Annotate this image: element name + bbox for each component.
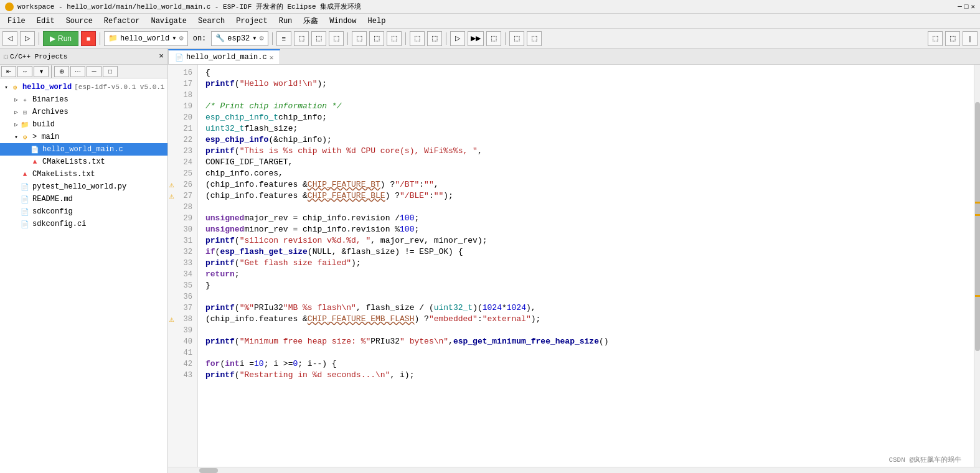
toolbar-sep-4	[347, 32, 348, 45]
code-content[interactable]: { printf("Hello world!\n"); /* Print chi…	[198, 65, 974, 467]
toolbar-btn-8[interactable]: ⬚	[410, 31, 425, 46]
warn-icon-38: ⚠	[169, 314, 174, 324]
toolbar-btn-6[interactable]: ⬚	[369, 31, 384, 46]
toolbar-btn-14[interactable]: ⬚	[527, 31, 542, 46]
stop-btn[interactable]: ■	[81, 31, 96, 46]
code-line-28	[198, 202, 974, 213]
sdkconfig-ci-icon: 📄	[20, 219, 30, 229]
tab-main-c[interactable]: 📄 hello_world_main.c ✕	[168, 49, 280, 64]
tree-item-build[interactable]: ▷ 📁 build	[0, 118, 167, 131]
line-num-42: 42	[168, 358, 197, 370]
line-num-21: 21	[168, 123, 197, 134]
h-scroll-thumb[interactable]	[199, 468, 218, 473]
tree-item-readme[interactable]: 📄 README.md	[0, 193, 167, 205]
filter-btn[interactable]: ⊕	[54, 66, 69, 77]
cmake-main-label: CMakeLists.txt	[42, 157, 105, 166]
sdkconfig-ci-expand-icon	[12, 220, 20, 228]
run-button[interactable]: ▶ Run	[43, 31, 78, 46]
toolbar-layout-1[interactable]: ⬚	[928, 31, 943, 46]
toolbar-layout-2[interactable]: ⬚	[945, 31, 960, 46]
toolbar-btn-13[interactable]: ⬚	[509, 31, 524, 46]
menu-espidf[interactable]: 乐鑫	[298, 14, 323, 27]
window-maximize[interactable]: □	[964, 3, 969, 11]
tree-item-sdkconfig-ci[interactable]: 📄 sdkconfig.ci	[0, 218, 167, 230]
window-minimize[interactable]: ─	[958, 3, 962, 11]
toolbar-btn-9[interactable]: ⬚	[427, 31, 442, 46]
project-name: hello_world	[22, 83, 72, 91]
link-editor-btn[interactable]: ↔	[17, 66, 32, 77]
toolbar: ◁ ▷ ▶ Run ■ 📁 hello_world ▾ ⚙ on: 🔧 esp3…	[0, 29, 980, 49]
left-panel-header: ⬚ C/C++ Projects ×	[0, 49, 167, 65]
toolbar-btn-10[interactable]: ▷	[450, 31, 465, 46]
toolbar-fwd-btn[interactable]: ▷	[20, 31, 35, 46]
panel-more-btn[interactable]: ⋯	[70, 66, 85, 77]
toolbar-layout-3[interactable]: |	[963, 31, 978, 46]
menu-edit[interactable]: Edit	[32, 16, 60, 27]
tree-item-main-c[interactable]: 📄 hello_world_main.c	[0, 143, 167, 156]
menu-file[interactable]: File	[2, 16, 31, 27]
panel-maximize-btn[interactable]: □	[103, 66, 118, 77]
line-num-28: 28	[168, 202, 197, 213]
toolbar-btn-7[interactable]: ⬚	[387, 31, 402, 46]
code-line-30: unsigned minor_rev = chip_info.revision …	[198, 224, 974, 235]
tree-item-main[interactable]: ▾ ⚙ > main	[0, 131, 167, 143]
menu-search[interactable]: Search	[193, 16, 230, 27]
target-dropdown[interactable]: 🔧 esp32 ▾ ⚙	[211, 31, 268, 46]
panel-minimize-btn[interactable]: ─	[87, 66, 101, 77]
panel-menu-btn[interactable]: ▾	[34, 66, 49, 77]
line-num-19: 19	[168, 101, 197, 112]
line-num-18: 18	[168, 90, 197, 101]
editor-scrollbar[interactable]	[974, 65, 980, 467]
toolbar-sep-7	[505, 32, 506, 45]
menu-bar: File Edit Source Refactor Navigate Searc…	[0, 14, 980, 29]
tree-item-sdkconfig[interactable]: 📄 sdkconfig	[0, 205, 167, 218]
binaries-expand-icon: ▷	[12, 96, 20, 103]
watermark-text: CSDN @疯狂飙车的蜗牛	[888, 456, 961, 464]
bottom-scrollbar[interactable]	[168, 467, 980, 473]
c-file-icon: 📄	[30, 144, 40, 154]
menu-refactor[interactable]: Refactor	[99, 16, 145, 27]
project-dropdown[interactable]: 📁 hello_world ▾ ⚙	[104, 31, 188, 46]
panel-icon: ⬚	[4, 53, 7, 60]
toolbar-btn-4[interactable]: ⬚	[329, 31, 344, 46]
line-num-22: 22	[168, 134, 197, 146]
tree-item-archives[interactable]: ▷ ⊞ Archives	[0, 106, 167, 118]
scroll-mark-2	[975, 214, 980, 216]
menu-project[interactable]: Project	[231, 16, 272, 27]
toolbar-btn-12[interactable]: ⬚	[486, 31, 501, 46]
menu-navigate[interactable]: Navigate	[146, 16, 192, 27]
build-label: build	[32, 120, 55, 129]
menu-window[interactable]: Window	[324, 16, 361, 27]
toolbar-btn-1[interactable]: ≡	[276, 31, 291, 46]
menu-run[interactable]: Run	[274, 16, 298, 27]
pytest-expand-icon	[12, 183, 20, 190]
collapse-all-btn[interactable]: ⇤	[1, 66, 16, 77]
toolbar-btn-11[interactable]: ▶▶	[468, 31, 484, 46]
panel-close-btn[interactable]: ×	[159, 52, 164, 61]
scroll-thumb[interactable]	[975, 102, 980, 351]
tree-item-binaries[interactable]: ▷ ✦ Binaries	[0, 93, 167, 106]
code-line-34: return;	[198, 269, 974, 280]
toolbar-back-btn[interactable]: ◁	[2, 31, 17, 46]
line-numbers: 16 17 18 19 20 21 22 23 24 25 ⚠26 ⚠27 28…	[168, 65, 198, 467]
line-num-33: 33	[168, 258, 197, 269]
line-num-31: 31	[168, 235, 197, 246]
code-line-31: printf("silicon revision v%d.%d, ", majo…	[198, 235, 974, 246]
tab-file-icon: 📄	[175, 54, 184, 62]
code-line-33: printf("Get flash size failed");	[198, 258, 974, 269]
scroll-mark-1	[975, 202, 980, 204]
toolbar-btn-2[interactable]: ⬚	[294, 31, 309, 46]
menu-help[interactable]: Help	[363, 16, 391, 27]
menu-source[interactable]: Source	[61, 16, 98, 27]
tab-close-btn[interactable]: ✕	[270, 54, 274, 62]
tree-item-cmake-root[interactable]: ▲ CMakeLists.txt	[0, 168, 167, 180]
tree-item-cmake-main[interactable]: ▲ CMakeLists.txt	[0, 156, 167, 168]
code-line-41	[198, 347, 974, 358]
scroll-mark-3	[975, 295, 980, 297]
toolbar-btn-3[interactable]: ⬚	[311, 31, 326, 46]
window-close[interactable]: ✕	[971, 2, 975, 11]
tree-item-pytest[interactable]: 📄 pytest_hello_world.py	[0, 180, 167, 193]
archives-expand-icon: ▷	[12, 108, 20, 116]
toolbar-btn-5[interactable]: ⬚	[352, 31, 367, 46]
project-root[interactable]: ▾ ⚙ hello_world [esp-idf-v5.0.1 v5.0.1 a…	[0, 81, 167, 93]
